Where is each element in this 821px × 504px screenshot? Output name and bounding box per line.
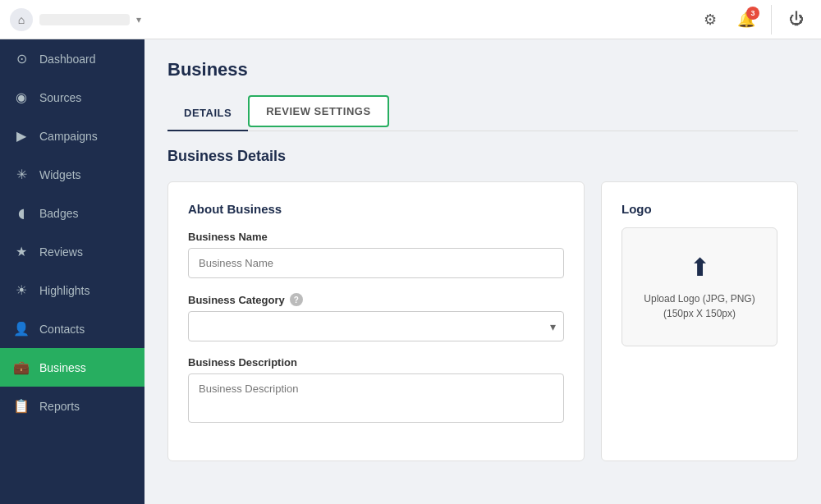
chevron-down-icon[interactable]: ▾ — [136, 14, 141, 25]
contacts-icon: 👤 — [13, 321, 30, 337]
reports-icon: 📋 — [13, 398, 30, 414]
business-name-input[interactable] — [188, 248, 564, 278]
business-name-group: Business Name — [188, 231, 564, 278]
tab-review-settings[interactable]: REVIEW SETTINGS — [248, 95, 388, 127]
logo-title: Logo — [621, 202, 777, 216]
brand-logo — [39, 14, 130, 25]
sidebar-item-label: Badges — [39, 207, 78, 220]
home-icon[interactable]: ⌂ — [10, 8, 33, 31]
sidebar-item-sources[interactable]: ◉ Sources — [0, 78, 144, 117]
sidebar-item-reports[interactable]: 📋 Reports — [0, 387, 144, 425]
about-business-title: About Business — [188, 202, 564, 216]
campaigns-icon: ▶ — [13, 128, 30, 144]
business-category-select[interactable] — [188, 311, 564, 341]
sidebar-item-label: Widgets — [39, 168, 81, 181]
sidebar-item-reviews[interactable]: ★ Reviews — [0, 232, 144, 271]
logo-card: Logo ⬆ Upload Logo (JPG, PNG)(150px X 15… — [601, 181, 798, 461]
highlights-icon: ☀ — [13, 282, 30, 298]
logo-upload-box[interactable]: ⬆ Upload Logo (JPG, PNG)(150px X 150px) — [621, 227, 777, 346]
logo-upload-text: Upload Logo (JPG, PNG)(150px X 150px) — [644, 291, 754, 321]
business-description-input[interactable] — [188, 373, 564, 423]
tabs: DETAILS REVIEW SETTINGS — [167, 95, 798, 131]
sidebar-item-widgets[interactable]: ✳ Widgets — [0, 155, 144, 194]
sidebar-item-campaigns[interactable]: ▶ Campaigns — [0, 117, 144, 155]
section-title: Business Details — [167, 148, 798, 165]
business-category-group: Business Category ? ▾ — [188, 293, 564, 341]
sidebar: ⊙ Dashboard ◉ Sources ▶ Campaigns ✳ Widg… — [0, 39, 144, 504]
business-description-label: Business Description — [188, 356, 564, 369]
sidebar-item-contacts[interactable]: 👤 Contacts — [0, 309, 144, 348]
sidebar-item-label: Reviews — [39, 245, 83, 259]
main-content: Business DETAILS REVIEW SETTINGS Busines… — [144, 39, 821, 504]
sidebar-item-dashboard[interactable]: ⊙ Dashboard — [0, 39, 144, 78]
sidebar-item-label: Business — [39, 361, 86, 374]
help-icon[interactable]: ? — [290, 293, 303, 306]
notification-badge: 3 — [746, 7, 759, 20]
sidebar-item-label: Highlights — [39, 284, 89, 297]
sidebar-item-badges[interactable]: ◖ Badges — [0, 194, 144, 232]
badges-icon: ◖ — [13, 205, 30, 221]
logout-button[interactable]: ⏻ — [782, 5, 811, 34]
upload-icon: ⬆ — [690, 253, 710, 282]
layout: ⊙ Dashboard ◉ Sources ▶ Campaigns ✳ Widg… — [0, 39, 821, 504]
business-details-card: About Business Business Name Business Ca… — [167, 181, 585, 461]
sidebar-item-highlights[interactable]: ☀ Highlights — [0, 271, 144, 309]
gear-icon: ⚙ — [704, 11, 717, 29]
sidebar-item-label: Campaigns — [39, 130, 98, 143]
notifications-button[interactable]: 🔔 3 — [732, 5, 761, 34]
cards-row: About Business Business Name Business Ca… — [167, 181, 798, 461]
reviews-icon: ★ — [13, 244, 30, 259]
page-title: Business — [167, 59, 798, 80]
sidebar-item-business[interactable]: 💼 Business — [0, 348, 144, 387]
topbar-divider — [771, 5, 772, 34]
tab-details[interactable]: DETAILS — [167, 95, 248, 131]
topbar-left: ⌂ ▾ — [10, 8, 141, 31]
widgets-icon: ✳ — [13, 167, 30, 182]
business-description-group: Business Description — [188, 356, 564, 426]
sidebar-item-label: Dashboard — [39, 53, 96, 66]
sources-icon: ◉ — [13, 89, 30, 105]
sidebar-item-label: Sources — [39, 91, 81, 104]
business-category-select-wrap: ▾ — [188, 311, 564, 341]
business-category-label: Business Category ? — [188, 293, 564, 306]
sidebar-item-label: Contacts — [39, 323, 85, 336]
settings-button[interactable]: ⚙ — [695, 5, 725, 34]
business-name-label: Business Name — [188, 231, 564, 243]
logout-icon: ⏻ — [789, 11, 804, 28]
topbar-icons: ⚙ 🔔 3 ⏻ — [695, 5, 811, 34]
business-icon: 💼 — [13, 360, 30, 375]
sidebar-item-label: Reports — [39, 400, 80, 413]
topbar: ⌂ ▾ ⚙ 🔔 3 ⏻ — [0, 0, 821, 39]
dashboard-icon: ⊙ — [13, 51, 30, 66]
